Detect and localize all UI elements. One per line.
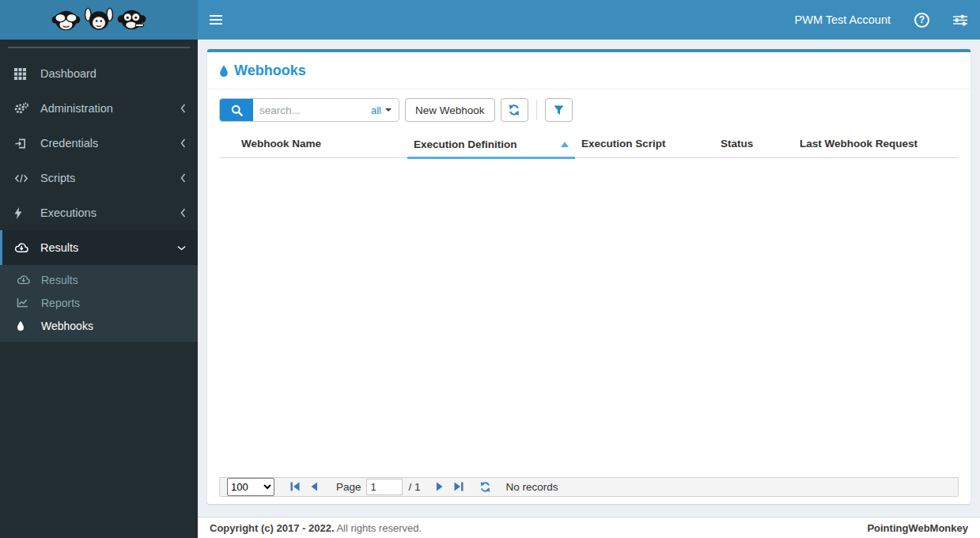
settings-sliders-icon[interactable] xyxy=(953,14,967,26)
sidebar-item-webhooks[interactable]: Webhooks xyxy=(0,314,198,337)
refresh-button[interactable] xyxy=(501,98,528,122)
search-icon xyxy=(231,104,243,116)
search-scope-dropdown[interactable]: all xyxy=(364,99,399,121)
account-menu[interactable]: PWM Test Account xyxy=(795,13,891,26)
toolbar-divider xyxy=(536,100,537,120)
sidebar-divider xyxy=(8,47,190,48)
app-logo[interactable] xyxy=(0,0,198,40)
submenu-item-label: Webhooks xyxy=(41,320,93,332)
cloud-download-icon xyxy=(14,242,35,253)
sort-asc-icon xyxy=(561,142,569,147)
total-pages-label: / 1 xyxy=(409,481,421,493)
copyright-text: Copyright (c) 2017 - 2022. All rights re… xyxy=(210,522,422,534)
sign-in-icon xyxy=(14,138,35,150)
sidebar-item-label: Administration xyxy=(40,102,113,115)
submenu-item-label: Results xyxy=(41,274,78,286)
sidebar-item-label: Credentials xyxy=(40,137,98,150)
next-page-button[interactable] xyxy=(432,479,448,494)
chevron-left-icon xyxy=(180,173,186,183)
column-header-execution-script[interactable]: Execution Script xyxy=(575,131,714,158)
filter-funnel-icon xyxy=(554,105,564,116)
footer: Copyright (c) 2017 - 2022. All rights re… xyxy=(198,517,980,538)
panel-heading: Webhooks xyxy=(207,52,971,89)
cloud-download-icon xyxy=(17,275,36,285)
sidebar-item-label: Dashboard xyxy=(40,67,96,80)
three-monkeys-logo-icon xyxy=(49,6,149,33)
search-input[interactable] xyxy=(253,99,364,121)
new-webhook-button[interactable]: New Webhook xyxy=(405,98,495,122)
code-icon xyxy=(14,173,35,184)
column-header-label: Execution Definition xyxy=(414,138,517,150)
sidebar-item-reports[interactable]: Reports xyxy=(0,291,198,314)
table-header-row: Webhook Name Execution Definition Execut… xyxy=(219,131,959,158)
webhooks-table: Webhook Name Execution Definition Execut… xyxy=(219,131,959,477)
first-page-button[interactable] xyxy=(287,479,303,494)
search-scope-label: all xyxy=(371,104,381,116)
search-button[interactable] xyxy=(220,99,253,121)
filter-button[interactable] xyxy=(545,98,573,122)
pager-refresh-button[interactable] xyxy=(478,479,494,494)
page-number-input[interactable] xyxy=(366,479,403,495)
column-header-webhook-name[interactable]: Webhook Name xyxy=(219,131,407,158)
column-header-status[interactable]: Status xyxy=(714,131,793,158)
top-header: PWM Test Account ? xyxy=(0,0,980,40)
chevron-left-icon xyxy=(180,138,186,148)
brand-text: PointingWebMonkey xyxy=(867,522,968,534)
prev-page-button[interactable] xyxy=(306,479,322,494)
results-submenu: Results Reports Webhooks xyxy=(0,265,198,342)
sidebar-item-credentials[interactable]: Credentials xyxy=(0,126,198,161)
grid-icon xyxy=(14,68,35,80)
sidebar-toggle-button[interactable] xyxy=(198,0,234,40)
page-title-text: Webhooks xyxy=(234,63,306,79)
submenu-item-label: Reports xyxy=(41,297,80,309)
column-header-execution-definition[interactable]: Execution Definition xyxy=(407,131,575,158)
toolbar: all New Webhook xyxy=(207,89,971,127)
sidebar-item-executions[interactable]: Executions xyxy=(0,195,198,230)
page-size-select[interactable]: 100 xyxy=(227,478,274,496)
sidebar-item-scripts[interactable]: Scripts xyxy=(0,161,198,195)
column-header-last-webhook-request[interactable]: Last Webhook Request xyxy=(793,131,959,158)
webhooks-table-wrap: Webhook Name Execution Definition Execut… xyxy=(207,127,971,477)
empty-table-body xyxy=(219,158,959,477)
search-group: all xyxy=(219,98,399,122)
gears-icon xyxy=(14,102,35,115)
droplet-icon xyxy=(219,65,229,78)
droplet-icon xyxy=(17,320,36,332)
records-status-text: No records xyxy=(506,481,558,493)
page-title: Webhooks xyxy=(219,63,959,79)
chevron-down-icon xyxy=(177,245,186,251)
pager-bar: 100 Page / 1 xyxy=(219,477,959,498)
sidebar-item-label: Scripts xyxy=(40,172,75,184)
help-icon[interactable]: ? xyxy=(914,13,929,28)
refresh-icon xyxy=(479,481,491,493)
sidebar-item-administration[interactable]: Administration xyxy=(0,91,198,126)
chevron-left-icon xyxy=(180,208,186,218)
webhooks-panel: Webhooks all xyxy=(207,49,971,504)
refresh-icon xyxy=(508,104,520,116)
sidebar-item-label: Results xyxy=(40,241,78,254)
chart-line-icon xyxy=(17,297,36,308)
content-area: Webhooks all xyxy=(198,40,980,517)
caret-down-icon xyxy=(385,108,392,112)
navbar: PWM Test Account ? xyxy=(198,0,980,40)
sidebar-item-dashboard[interactable]: Dashboard xyxy=(0,56,198,91)
last-page-button[interactable] xyxy=(451,479,467,494)
sidebar-item-results[interactable]: Results xyxy=(0,230,198,265)
sidebar-item-results-sub[interactable]: Results xyxy=(0,268,198,291)
sidebar-item-label: Executions xyxy=(40,206,96,219)
lightning-icon xyxy=(14,207,35,219)
chevron-left-icon xyxy=(180,104,186,113)
page-label: Page xyxy=(336,481,361,493)
sidebar-nav: Dashboard Administration Credentials xyxy=(0,40,198,538)
